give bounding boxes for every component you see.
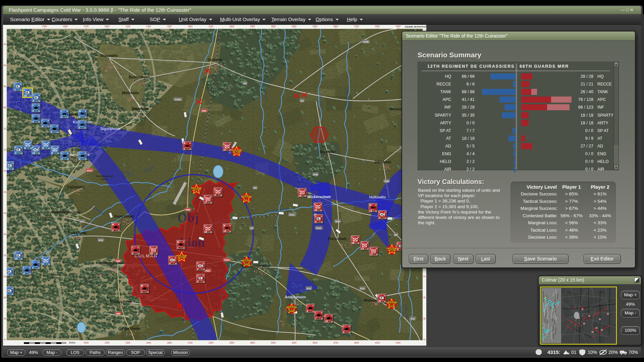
svg-text:D13: D13 [307,287,311,290]
svg-text:H: H [48,263,49,265]
svg-text:H: H [367,242,368,244]
svg-text:4: 4 [197,268,198,270]
svg-text:16: 16 [150,252,153,254]
svg-text:D10: D10 [99,239,103,241]
svg-text:H: H [183,247,184,249]
svg-text:4: 4 [379,217,380,219]
svg-text:D45: D45 [384,180,389,182]
svg-text:H: H [321,312,322,314]
svg-text:H: H [147,291,148,293]
svg-text:10%: 10% [588,350,597,355]
svg-text:D45: D45 [313,173,318,176]
svg-text:H: H [210,231,211,233]
svg-text:4: 4 [32,266,33,269]
svg-text:H: H [20,152,22,154]
svg-text:402m: 402m [43,219,50,222]
svg-text:4: 4 [32,110,34,112]
svg-text:H: H [304,195,306,197]
svg-text:H: H [220,194,221,196]
svg-text:H: H [67,158,68,160]
svg-text:H: H [156,247,157,249]
svg-text:D3: D3 [301,100,304,102]
svg-text:H: H [85,158,86,160]
svg-text:H: H [321,215,322,217]
svg-text:H: H [20,83,21,85]
svg-text:4: 4 [42,125,43,127]
svg-text:H: H [384,295,385,297]
svg-text:2: 2 [79,116,80,118]
svg-text:1: 1 [177,246,178,249]
svg-text:H: H [189,142,191,144]
svg-text:7: 7 [315,317,316,319]
svg-text:H: H [210,196,211,198]
svg-text:50: 50 [389,304,394,308]
svg-text:S: S [85,116,86,118]
svg-text:Jebsheim: Jebsheim [374,160,391,164]
svg-text:N83: N83 [116,260,120,262]
svg-text:Bornthalkopf: Bornthalkopf [96,175,113,178]
svg-text:6: 6 [24,147,25,149]
svg-text:15: 15 [204,231,207,233]
svg-text:H: H [57,146,58,148]
svg-text:Bennwihr: Bennwihr [132,107,149,111]
svg-text:H: H [30,147,31,149]
svg-text:H: H [56,125,58,127]
svg-text:H: H [175,257,176,259]
svg-text:H: H [203,275,204,277]
svg-text:Wettolsheim: Wettolsheim [110,300,131,304]
svg-text:Mittelwihr: Mittelwihr [122,91,139,95]
svg-text:H: H [348,331,350,333]
svg-text:H: H [38,152,39,154]
svg-text:H: H [67,152,68,154]
svg-text:W: W [183,142,185,144]
svg-text:H: H [138,252,139,254]
svg-text:H: H [357,236,359,238]
svg-text:H: H [203,268,204,270]
svg-text:D12: D12 [360,287,365,290]
svg-text:N83: N83 [116,312,120,315]
svg-text:D9: D9 [394,234,397,236]
svg-text:12: 12 [32,152,35,154]
svg-text:H: H [29,273,30,275]
svg-text:4: 4 [32,120,34,123]
svg-text:Turckheim: Turckheim [68,231,87,235]
svg-text:H: H [48,257,49,259]
svg-text:1: 1 [14,88,15,91]
svg-text:H: H [11,274,13,276]
svg-text:H: H [30,141,31,143]
svg-text:N83: N83 [186,208,190,211]
svg-text:H: H [210,225,211,227]
svg-text:6: 6 [42,263,44,265]
svg-text:2: 2 [78,126,80,129]
svg-text:Eguisheim: Eguisheim [121,326,140,330]
svg-text:H: H [312,310,314,312]
svg-text:Beblenheim: Beblenheim [129,75,150,79]
svg-text:22: 22 [15,257,17,260]
svg-text:500: 500 [243,262,250,266]
svg-text:4: 4 [23,272,24,275]
svg-text:H: H [66,110,68,112]
svg-text:H: H [48,147,49,149]
svg-text:H: H [175,262,176,264]
svg-text:H: H [375,210,376,212]
svg-text:H: H [147,285,148,287]
svg-text:H: H [376,253,377,255]
svg-text:H: H [38,146,39,148]
svg-text:3: 3 [343,331,344,333]
svg-text:7: 7 [7,293,7,295]
svg-text:2: 2 [79,158,80,160]
svg-text:3: 3 [132,252,133,254]
svg-text:H: H [321,317,322,319]
svg-text:H: H [348,325,350,327]
svg-text:Obj: Obj [177,210,198,225]
svg-text:614m: 614m [101,178,108,181]
svg-text:D12: D12 [411,317,415,320]
svg-text:H: H [384,300,385,302]
svg-text:2: 2 [112,229,113,231]
svg-text:H: H [375,204,376,206]
svg-text:Ostheim: Ostheim [207,58,222,62]
svg-text:10: 10 [325,320,328,322]
svg-text:Kirchberg: Kirchberg [40,216,53,219]
svg-text:0: 0 [245,198,247,202]
svg-text:H: H [376,248,377,250]
